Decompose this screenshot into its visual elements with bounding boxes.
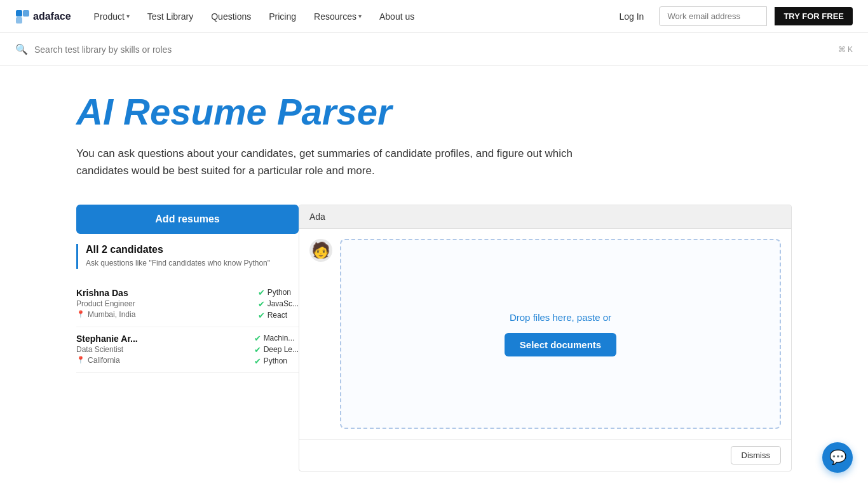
candidate-item[interactable]: Stephanie Ar... Data Scientist 📍 Califor… [76,327,299,373]
right-panel: Ada 🧑 Drop files here, paste or Select d… [299,205,792,471]
candidate-role: Data Scientist [76,345,138,354]
nav-item-questions[interactable]: Questions [203,8,259,25]
candidate-location: 📍 California [76,356,138,365]
svg-rect-2 [23,10,29,17]
nav-item-about[interactable]: About us [372,8,422,25]
chat-body: 🧑 Drop files here, paste or Select docum… [299,229,791,439]
candidate-item[interactable]: Krishna Das Product Engineer 📍 Mumbai, I… [76,281,299,327]
nav-item-pricing[interactable]: Pricing [261,8,304,25]
nav-item-product[interactable]: Product ▾ [86,8,137,25]
email-input[interactable] [659,6,767,26]
skill-tag: ✔ Deep Le... [254,345,299,355]
search-icon: 🔍 [15,43,28,55]
svg-rect-0 [16,10,22,17]
search-input[interactable] [34,44,838,55]
logo-icon [15,10,29,24]
dismiss-button[interactable]: Dismiss [731,446,782,464]
skill-tag: ✔ Machin... [254,334,295,343]
logo-link[interactable]: adaface [15,10,71,24]
search-shortcut: ⌘ K [838,45,853,54]
nav-right: Log In TRY FOR FREE [611,6,853,26]
skill-tag: ✔ React [258,311,287,320]
candidate-role: Product Engineer [76,299,135,308]
all-candidates-hint: Ask questions like "Find candidates who … [86,258,299,269]
drop-text: Drop files here, paste or [510,312,611,323]
main-content: AI Resume Parser You can ask questions a… [0,66,868,488]
candidate-skills: ✔ Machin... ✔ Deep Le... ✔ Python [254,334,299,366]
candidates-section: All 2 candidates Ask questions like "Fin… [76,244,299,269]
location-icon: 📍 [76,310,85,318]
skill-tag: ✔ Python [258,288,291,297]
candidate-location: 📍 Mumbai, India [76,310,135,319]
add-resumes-button[interactable]: Add resumes [76,205,299,234]
chat-header: Ada [299,205,791,229]
chat-widget[interactable]: 💬 [822,442,853,473]
avatar-icon: 🧑 [311,241,330,259]
chevron-down-icon: ▾ [126,13,130,20]
navbar: adaface Product ▾ Test Library Questions… [0,0,868,33]
upload-area[interactable]: Drop files here, paste or Select documen… [340,239,781,429]
select-documents-button[interactable]: Select documents [505,333,616,356]
nav-links: Product ▾ Test Library Questions Pricing… [86,8,612,25]
search-bar: 🔍 ⌘ K [0,33,868,66]
avatar: 🧑 [309,239,332,262]
candidate-skills: ✔ Python ✔ JavaSc... ✔ React [258,288,299,320]
chat-widget-icon: 💬 [829,449,846,466]
demo-section: Add resumes All 2 candidates Ask questio… [76,205,792,471]
dismiss-row: Dismiss [299,439,791,471]
try-for-free-button[interactable]: TRY FOR FREE [775,7,853,25]
skill-tag: ✔ Python [254,356,287,366]
candidate-name: Stephanie Ar... [76,334,138,344]
nav-item-test-library[interactable]: Test Library [140,8,201,25]
hero-description: You can ask questions about your candida… [76,145,597,179]
nav-item-resources[interactable]: Resources ▾ [306,8,369,25]
location-icon: 📍 [76,356,85,364]
skill-tag: ✔ JavaSc... [258,299,299,309]
candidate-name: Krishna Das [76,288,135,298]
hero-title: AI Resume Parser [76,92,792,132]
logo-text: adaface [33,11,71,22]
all-candidates-title: All 2 candidates [86,244,299,255]
svg-rect-1 [16,17,22,24]
left-panel: Add resumes All 2 candidates Ask questio… [76,205,299,471]
chevron-down-icon-2: ▾ [358,13,362,20]
login-button[interactable]: Log In [611,8,651,25]
